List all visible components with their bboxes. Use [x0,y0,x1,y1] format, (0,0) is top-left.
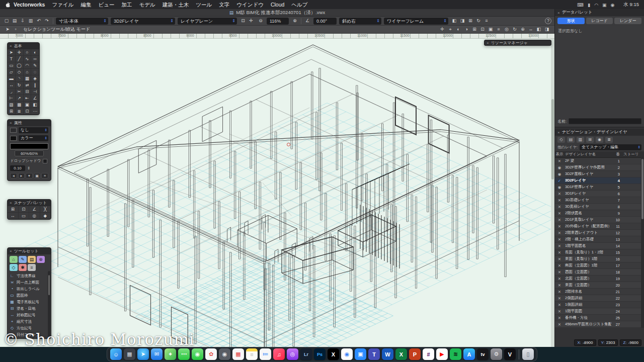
zoom-out-icon[interactable]: ⊖ [257,18,264,24]
dock-app-notes[interactable]: ≡ [246,348,258,360]
menu-item-10[interactable]: Cloud [267,0,288,9]
snap-palette-header[interactable]: × スナップパレット [8,200,51,206]
layer-visibility-x-icon[interactable]: ✕ [555,211,564,216]
layer-row-10[interactable]: ✕2D1F見取レイヤ10 [555,217,644,223]
layer-row-11[interactable]: ✕2D外構レイヤ（配置図例）11 [555,223,644,230]
mode-mirror-icon[interactable]: ↔ [527,26,534,33]
stack-tool[interactable]: ≣ [16,108,24,115]
tool-same-point-section[interactable]: ≍同一点上断面 [8,279,51,286]
cloud-tool[interactable]: ◌ [31,69,39,75]
layer-visibility-x-icon[interactable]: ✕ [555,244,564,248]
close-icon[interactable]: × [10,120,12,126]
layer-visibility-x-icon[interactable]: ✕ [555,283,564,288]
layer-row-13[interactable]: ✕2階・橋上の基礎13 [555,236,644,243]
layer-visibility-x-icon[interactable]: ✕ [555,159,564,163]
class-options-icon[interactable]: ◨ [459,18,466,24]
layer-visibility-x-icon[interactable]: ✕ [555,257,564,261]
layer-row-20[interactable]: ✕東面（立面図）20 [555,282,644,289]
scale-tool[interactable]: ↗ [16,95,24,102]
layer-row-9[interactable]: ✕2階伏図名9 [555,210,644,217]
mode-list-icon[interactable]: ≡ [495,26,502,33]
new-doc-icon[interactable]: ▢ [3,18,10,24]
double-line-tool[interactable]: ═ [31,56,39,62]
layer-row-15[interactable]: ✕長面（見取り）1・2階15 [555,249,644,256]
roof-tool[interactable]: ◈ [31,75,39,82]
dock-app-trash[interactable]: ▯ [522,348,534,360]
fillet-tool[interactable]: ◞ [8,88,16,95]
tab-shape[interactable]: 形状 [557,18,585,24]
menu-item-1[interactable]: ファイル [48,0,77,9]
layer-visibility-x-icon[interactable]: ✕ [555,218,564,222]
layer-visibility-x-icon[interactable]: ✕ [555,277,564,281]
view-dropdown[interactable]: 斜め右 [339,18,381,25]
dock-app-chrome[interactable]: ◉ [341,348,353,360]
mode-box-icon[interactable]: ⊡ [479,26,486,33]
tab-record[interactable]: レコード [586,18,613,24]
nav-classes-icon[interactable]: ◇ [557,137,565,143]
layer-row-18[interactable]: ✕西面（立面図）18 [555,269,644,276]
attributes-palette-header[interactable]: × 属性 [8,120,51,126]
dock-app-tv[interactable]: tv [477,348,489,360]
close-icon[interactable]: × [10,200,12,206]
undo-icon[interactable]: ↶ [35,18,42,24]
toolset-more[interactable]: ≡ [28,264,36,271]
dock-app-settings[interactable]: ⚙ [491,348,502,360]
menu-item-9[interactable]: ウインドウ [233,0,267,9]
zoom-in-icon[interactable]: ⊕ [291,18,298,24]
dock-app-safari[interactable]: ➤ [137,348,149,360]
mode-center-icon[interactable]: ⌖ [447,26,454,33]
snap-object-icon[interactable]: ⊡ [19,206,30,213]
name-input[interactable] [569,118,641,124]
layer-row-22[interactable]: ✕2側面詳細22 [555,295,644,302]
scrollbar-thumb[interactable] [551,99,554,179]
rotate-tool[interactable]: ↻ [16,82,24,88]
layer-visibility-x-icon[interactable]: ✕ [555,303,564,307]
dock-app-appstore[interactable]: A [463,348,475,360]
tool-drawing-frame[interactable]: ▭図面枠 [8,292,51,299]
close-icon[interactable]: × [557,10,560,16]
toolset-furnishing[interactable]: ▤ [28,256,36,263]
layer-visibility-eye-icon[interactable]: ◉ [555,172,564,176]
circle-tool[interactable]: ◯ [16,62,24,69]
group-tool[interactable]: ⊞ [8,108,16,115]
clip-tool[interactable]: ✂ [16,88,24,95]
tool-scale-dim[interactable]: +縮尺寸法 [8,318,51,325]
layer-row-24[interactable]: ✕1階平面図24 [555,308,644,315]
fill-style-dropdown[interactable]: なし [19,127,48,133]
layer-row-6[interactable]: ✕3D1Fレイヤ6 [555,191,644,197]
toolset-building[interactable]: ⌂ [10,256,18,263]
wifi-icon[interactable]: ◠ [594,3,598,8]
rotate-view-icon[interactable]: ↻ [475,18,482,24]
layer-row-1[interactable]: ✕2F 梁1 [555,158,644,164]
dock-app-youtube[interactable]: ▶ [436,348,448,360]
layer-row-23[interactable]: ✕1側面詳細23 [555,302,644,308]
fill-swatch[interactable] [10,128,17,133]
attr-prev-icon[interactable]: ◂ [10,173,17,178]
open-icon[interactable]: ▤ [11,18,18,24]
freehand-tool[interactable]: ∿ [24,56,32,62]
layer-visibility-x-icon[interactable]: ✕ [555,250,564,255]
layer-row-7[interactable]: ✕3D基礎レイヤ7 [555,197,644,204]
layer-visibility-check-icon[interactable]: ✓ [555,178,564,183]
mode-grid-icon[interactable]: ⊞ [471,26,478,33]
layer-row-8[interactable]: ✕3D見積レイヤ8 [555,204,644,210]
layer-row-21[interactable]: ✕2階排水名21 [555,289,644,295]
mode-panel-icon[interactable]: ▣ [487,26,494,33]
column-number[interactable]: 番 [611,152,621,157]
print-icon[interactable]: ▥ [27,18,34,24]
tool-callout-label[interactable]: ◔吹出しラベル [8,286,51,292]
close-icon[interactable]: × [10,43,12,49]
layer-row-25[interactable]: ✕番外機・方位25 [555,315,644,321]
dock-app-calendar[interactable]: ▦ [232,348,244,360]
dock-app-vectorworks[interactable]: V [504,348,516,360]
pan-icon[interactable]: ✛ [248,18,255,24]
layer-visibility-eye-icon[interactable]: ◉ [555,185,564,190]
toolset-misc[interactable]: ✱ [19,264,27,271]
symbol-tool[interactable]: ◧ [31,102,39,108]
pen-swatch[interactable] [10,136,17,141]
dock-app-x-twitter[interactable]: X [328,348,339,360]
layer-visibility-x-icon[interactable]: ✕ [555,296,564,301]
snap-angle-icon[interactable]: ∠ [29,206,40,213]
dock-app-reminders[interactable]: ≔ [260,348,271,360]
attr-menu-icon[interactable]: ≡ [41,173,48,178]
